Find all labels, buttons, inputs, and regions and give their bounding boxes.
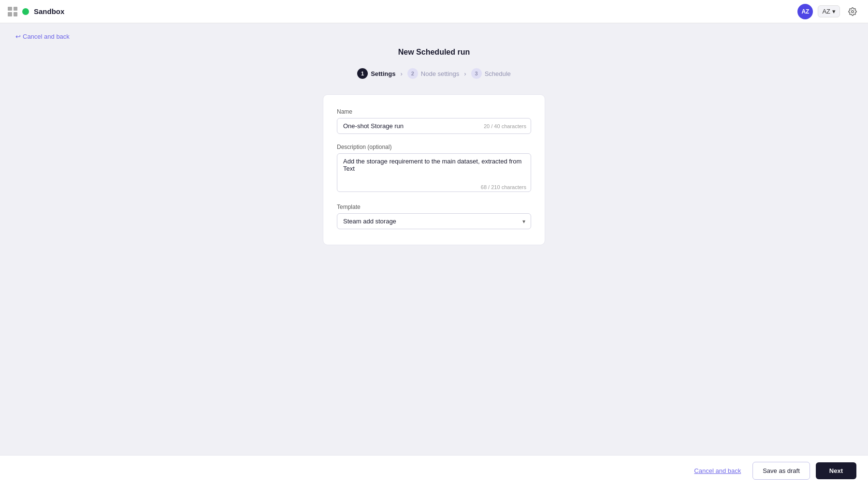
cancel-back-bottom-button[interactable]: Cancel and back (688, 463, 747, 478)
name-field-group: Name 20 / 40 characters (337, 108, 531, 134)
step-2-label: Node settings (421, 70, 460, 77)
bottom-bar: Cancel and back Save as draft Next (0, 455, 868, 486)
name-label: Name (337, 108, 531, 115)
name-input-wrapper: 20 / 40 characters (337, 118, 531, 134)
template-select-wrapper: Steam add storage Option 2 Option 3 ▾ (337, 213, 531, 229)
step-2-circle: 2 (407, 68, 418, 79)
content-area: ↩ Cancel and back New Scheduled run 1 Se… (0, 23, 868, 486)
step-3-circle: 3 (471, 68, 482, 79)
svg-point-0 (852, 10, 854, 13)
avatar-button[interactable]: AZ ▾ (818, 5, 840, 17)
cancel-back-top-label: Cancel and back (23, 33, 70, 40)
save-draft-button[interactable]: Save as draft (752, 462, 810, 480)
topbar-right: AZ AZ ▾ (797, 4, 860, 19)
template-field-group: Template Steam add storage Option 2 Opti… (337, 204, 531, 229)
template-label: Template (337, 204, 531, 210)
cancel-back-top: ↩ Cancel and back (0, 33, 868, 40)
template-select[interactable]: Steam add storage Option 2 Option 3 (337, 213, 531, 229)
form-card: Name 20 / 40 characters Description (opt… (323, 94, 545, 245)
description-char-count: 68 / 210 characters (481, 184, 526, 190)
step-3-label: Schedule (485, 70, 511, 77)
chevron-down-icon: ▾ (832, 8, 836, 15)
step-chevron-1: › (400, 70, 402, 77)
step-1-label: Settings (371, 70, 395, 77)
stepper: 1 Settings › 2 Node settings › 3 Schedul… (0, 68, 868, 79)
description-label: Description (optional) (337, 144, 531, 150)
avatar-circle: AZ (797, 4, 813, 19)
arrow-left-icon: ↩ (15, 33, 21, 40)
gear-icon (848, 7, 857, 16)
brand-name: Sandbox (34, 7, 64, 15)
step-chevron-2: › (464, 70, 466, 77)
page-title: New Scheduled run (0, 48, 868, 57)
next-button[interactable]: Next (816, 462, 856, 479)
name-char-count: 20 / 40 characters (484, 123, 526, 129)
step-1-circle: 1 (357, 68, 368, 79)
step-2: 2 Node settings (407, 68, 460, 79)
cancel-back-top-link[interactable]: ↩ Cancel and back (15, 33, 853, 40)
grid-icon[interactable] (8, 7, 17, 16)
step-3: 3 Schedule (471, 68, 511, 79)
description-textarea-wrapper: Add the storage requirement to the main … (337, 153, 531, 194)
description-field-group: Description (optional) Add the storage r… (337, 144, 531, 194)
avatar-label: AZ (822, 8, 830, 15)
topbar-left: Sandbox (8, 7, 64, 16)
step-1: 1 Settings (357, 68, 395, 79)
brand-dot (22, 8, 29, 15)
topbar: Sandbox AZ AZ ▾ (0, 0, 868, 23)
settings-button[interactable] (845, 4, 860, 19)
